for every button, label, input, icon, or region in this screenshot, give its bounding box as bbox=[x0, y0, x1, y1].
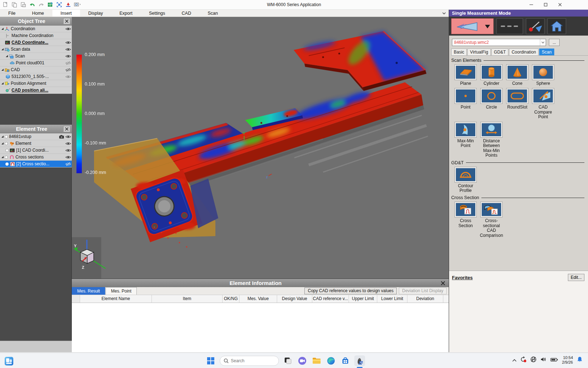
tree-item-cad-coordinate[interactable]: CAD Coordinate... bbox=[0, 39, 72, 46]
expander-icon[interactable] bbox=[1, 48, 4, 51]
visibility-eye-icon[interactable] bbox=[65, 41, 72, 45]
menu-scan[interactable]: Scan bbox=[199, 10, 226, 17]
expander-icon[interactable] bbox=[1, 135, 4, 138]
tree-item-position-alignment[interactable]: Position Alignment bbox=[0, 80, 72, 87]
tab-mes-result[interactable]: Mes. Result bbox=[72, 287, 105, 295]
column-element-name[interactable]: Element Name bbox=[80, 295, 152, 303]
expander-icon[interactable] bbox=[1, 156, 4, 158]
viewport-3d[interactable]: Y z Y Z 0.200 mm 0.100 mm 0.000 mm -0.10… bbox=[72, 17, 449, 279]
notification-bell-icon[interactable] bbox=[577, 356, 583, 364]
column-deviation[interactable]: Deviation bbox=[407, 295, 443, 303]
tree-item-element[interactable]: Element bbox=[0, 140, 72, 147]
column-cad-reference[interactable]: CAD reference v... bbox=[312, 295, 349, 303]
visibility-eye-off-icon[interactable] bbox=[65, 61, 72, 65]
column-item[interactable]: Item bbox=[152, 295, 223, 303]
file-explorer-icon[interactable] bbox=[311, 355, 322, 366]
menu-home[interactable]: Home bbox=[24, 10, 52, 17]
tab-virtualfig[interactable]: VirtualFig bbox=[467, 49, 490, 55]
tray-network-icon[interactable] bbox=[530, 356, 537, 364]
visibility-eye-icon[interactable] bbox=[65, 155, 72, 159]
visibility-eye-icon[interactable] bbox=[65, 27, 72, 31]
visibility-eye-icon[interactable] bbox=[65, 135, 72, 139]
tool-sphere[interactable]: Sphere bbox=[530, 64, 556, 86]
start-button[interactable] bbox=[205, 355, 216, 366]
visibility-eye-off-icon[interactable] bbox=[65, 68, 72, 72]
column-ok-ng[interactable]: OK/NG bbox=[223, 295, 239, 303]
tree-item-cad[interactable]: CAD bbox=[0, 66, 72, 73]
search-input[interactable] bbox=[231, 358, 270, 363]
widgets-icon[interactable] bbox=[4, 356, 14, 367]
tree-item-2-cross-section[interactable]: [2] Cross sectio... bbox=[0, 161, 72, 167]
visibility-eye-icon[interactable] bbox=[65, 148, 72, 152]
tree-item-scan[interactable]: Scan bbox=[0, 53, 72, 60]
tool-cross-sectional-cad-comparison[interactable]: Cross-sectional CAD Comparison bbox=[479, 202, 504, 238]
dock-scroll-strip[interactable] bbox=[0, 341, 72, 352]
tree-item-point-cloud001[interactable]: Point cloud001 bbox=[0, 60, 72, 66]
menu-settings[interactable]: Settings bbox=[141, 10, 173, 17]
home-button[interactable] bbox=[547, 18, 566, 34]
tool-cylinder[interactable]: Cylinder bbox=[479, 64, 504, 86]
visibility-eye-icon[interactable] bbox=[65, 47, 72, 51]
visibility-eye-icon[interactable] bbox=[65, 54, 72, 58]
tray-chevron-up-icon[interactable] bbox=[512, 357, 517, 363]
deviation-list-display-button[interactable]: Deviation List Display bbox=[399, 288, 447, 294]
tab-gdt[interactable]: GD&T bbox=[491, 49, 508, 55]
expander-icon[interactable] bbox=[1, 27, 4, 30]
tray-battery-icon[interactable] bbox=[550, 357, 558, 363]
tab-scan[interactable]: Scan bbox=[539, 49, 554, 55]
scan-deviation-model[interactable]: Y z Y Z bbox=[72, 17, 449, 279]
tool-contour-profile[interactable]: Contour Profile bbox=[453, 167, 479, 193]
minimize-button[interactable] bbox=[524, 0, 538, 9]
maximize-button[interactable] bbox=[538, 0, 553, 9]
radio-icon[interactable] bbox=[5, 162, 9, 166]
navigation-cube[interactable]: Y Z bbox=[72, 237, 106, 279]
taskbar-search[interactable] bbox=[220, 356, 279, 366]
taskbar-clock[interactable]: 10:54 2/9/26 bbox=[562, 355, 573, 365]
tool-point[interactable]: Point bbox=[453, 88, 479, 110]
close-icon[interactable] bbox=[439, 280, 447, 286]
tree-item-cross-sections[interactable]: Cross sections bbox=[0, 154, 72, 161]
column-design-value[interactable]: Design Value bbox=[277, 295, 312, 303]
tree-item-machine-coordination[interactable]: Machine Coordination bbox=[0, 32, 72, 39]
wm-app-icon[interactable]: WM bbox=[354, 355, 365, 366]
chevron-down-icon[interactable] bbox=[540, 39, 546, 46]
tool-cone[interactable]: Cone bbox=[504, 64, 530, 86]
column-upper-limit[interactable]: Upper Limit bbox=[349, 295, 377, 303]
menu-insert[interactable]: Insert bbox=[52, 10, 80, 17]
tree-item-cad-position-alignment[interactable]: CAD position ali... bbox=[0, 87, 72, 94]
tray-volume-icon[interactable] bbox=[540, 356, 547, 364]
tool-cross-section[interactable]: Cross Section bbox=[453, 202, 479, 228]
column-mes-value[interactable]: Mes. Value bbox=[239, 295, 277, 303]
file-select-dropdown[interactable]: 84681vstup.wmc2 bbox=[452, 39, 546, 46]
tab-coordination[interactable]: Coordination bbox=[509, 49, 538, 55]
tray-sync-icon[interactable] bbox=[520, 356, 527, 364]
tree-item-coordination[interactable]: Coordination bbox=[0, 26, 72, 32]
copy-cad-reference-button[interactable]: Copy CAD reference values to design valu… bbox=[304, 288, 397, 294]
tree-item-1-cad-coordination[interactable]: [1] CAD Coordi... bbox=[0, 147, 72, 154]
close-button[interactable] bbox=[553, 0, 567, 9]
visibility-eye-icon[interactable] bbox=[65, 75, 72, 79]
dashes-tool-button[interactable] bbox=[496, 18, 523, 34]
tree-item-cad-part[interactable]: 53123070_1.505-... bbox=[0, 73, 72, 80]
tool-plane[interactable]: Plane bbox=[453, 64, 479, 86]
tool-distance-between-max-min-points[interactable]: Distance Between Max-Min Points bbox=[479, 122, 504, 158]
menu-cad[interactable]: CAD bbox=[173, 10, 199, 17]
favorites-edit-button[interactable]: Edit... bbox=[568, 274, 584, 281]
edge-browser-icon[interactable] bbox=[326, 355, 336, 366]
close-icon[interactable] bbox=[63, 18, 70, 24]
tool-roundslot[interactable]: RoundSlot bbox=[504, 88, 530, 110]
tool-cad-compare-point[interactable]: CAD Compare Point bbox=[530, 88, 556, 119]
expander-icon[interactable] bbox=[1, 68, 4, 71]
active-tool-button[interactable] bbox=[451, 18, 494, 34]
menu-display[interactable]: Display bbox=[80, 10, 111, 17]
tool-max-min-point[interactable]: Max-Min Point bbox=[453, 122, 479, 148]
tree-item-scan-data[interactable]: Scan data bbox=[0, 46, 72, 53]
visibility-eye-off-icon[interactable] bbox=[65, 162, 72, 166]
microsoft-store-icon[interactable] bbox=[340, 355, 351, 366]
expander-icon[interactable] bbox=[1, 82, 4, 85]
probe-pick-button[interactable] bbox=[526, 18, 545, 34]
menu-export[interactable]: Export bbox=[111, 10, 141, 17]
radio-icon[interactable] bbox=[5, 142, 8, 145]
tool-circle[interactable]: Circle bbox=[479, 88, 504, 110]
radio-icon[interactable] bbox=[5, 135, 8, 138]
